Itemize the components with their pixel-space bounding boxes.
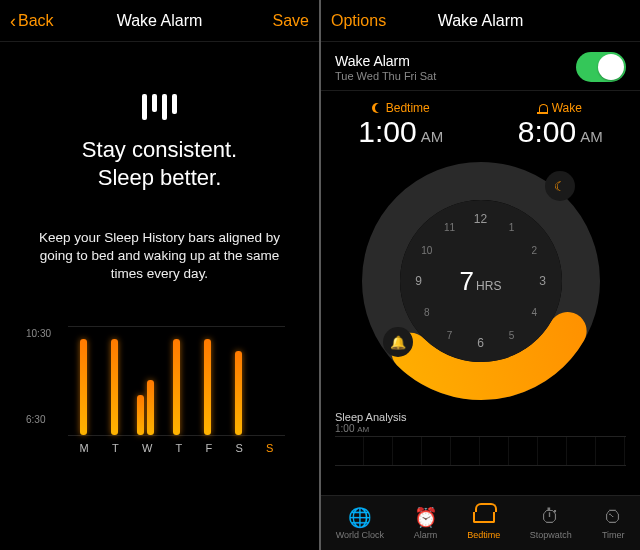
stopwatch-icon: ⏱ [539, 506, 563, 528]
bedtime-ampm: AM [421, 128, 444, 145]
navbar: ‹ Back Wake Alarm Save [0, 0, 319, 42]
clock-number: 6 [477, 336, 484, 350]
options-button[interactable]: Options [331, 12, 391, 30]
wake-alarm-text: Wake Alarm Tue Wed Thu Fri Sat [335, 53, 436, 82]
axis-label-bottom: 6:30 [26, 414, 45, 425]
wake-alarm-title: Wake Alarm [335, 53, 436, 69]
clock-number: 11 [444, 222, 455, 233]
navbar: Options Wake Alarm [321, 0, 640, 42]
back-label: Back [18, 12, 54, 30]
headline-line2: Sleep better. [98, 165, 222, 190]
wake-alarm-row: Wake Alarm Tue Wed Thu Fri Sat [321, 42, 640, 91]
options-label: Options [331, 12, 386, 30]
tab-alarm[interactable]: ⏰ Alarm [414, 506, 438, 540]
timer-icon: ⏲ [601, 506, 625, 528]
bell-icon: 🔔 [390, 335, 406, 350]
chart-columns [68, 326, 285, 436]
sleep-history-chart: 10:30 6:30 M T W T F S S [26, 326, 293, 476]
wake-block: Wake 8:00 AM [518, 101, 603, 149]
tab-label: Stopwatch [530, 530, 572, 540]
wake-handle[interactable]: ☾ [545, 171, 575, 201]
day-label: F [206, 442, 213, 454]
wake-alarm-main-screen: Options Wake Alarm Wake Alarm Tue Wed Th… [321, 0, 640, 550]
sleep-analysis-time: 1:00 AM [321, 423, 640, 434]
sleep-bars-icon [26, 94, 293, 120]
clock-number: 9 [415, 274, 422, 288]
sleep-analysis-graph [335, 436, 626, 466]
day-label: W [142, 442, 152, 454]
clock-number: 2 [531, 245, 537, 256]
day-label: T [112, 442, 119, 454]
headline-line1: Stay consistent. [82, 137, 237, 162]
clock-number: 5 [509, 329, 515, 340]
clock-number: 12 [474, 212, 487, 226]
wake-label: Wake [552, 101, 582, 115]
description: Keep your Sleep History bars aligned by … [26, 229, 293, 284]
alarm-icon: ⏰ [414, 506, 438, 528]
wake-ampm: AM [580, 128, 603, 145]
globe-icon: 🌐 [348, 506, 372, 528]
day-label: M [80, 442, 89, 454]
tab-label: Timer [602, 530, 625, 540]
intro-body: Stay consistent. Sleep better. Keep your… [0, 42, 319, 476]
save-button[interactable]: Save [249, 12, 309, 30]
clock-number: 1 [509, 222, 515, 233]
nav-title: Wake Alarm [438, 12, 524, 30]
bedtime-block: Bedtime 1:00 AM [358, 101, 443, 149]
day-label: S [266, 442, 273, 454]
moon-icon [372, 103, 382, 113]
sleep-dial[interactable]: 7HRS 121234567891011 🔔 ☾ [361, 161, 601, 401]
bed-icon [472, 506, 496, 528]
day-label: S [235, 442, 242, 454]
bell-icon [539, 104, 548, 113]
tab-stopwatch[interactable]: ⏱ Stopwatch [530, 506, 572, 540]
tab-timer[interactable]: ⏲ Timer [601, 506, 625, 540]
clock-number: 4 [531, 307, 537, 318]
nav-title: Wake Alarm [117, 12, 203, 30]
tab-label: Alarm [414, 530, 438, 540]
wake-value: 8:00 [518, 115, 576, 149]
clock-number: 8 [424, 307, 430, 318]
wake-alarm-days: Tue Wed Thu Fri Sat [335, 70, 436, 82]
back-button[interactable]: ‹ Back [10, 12, 70, 30]
day-labels: M T W T F S S [68, 442, 285, 454]
times-row: Bedtime 1:00 AM Wake 8:00 AM [321, 91, 640, 155]
clock-numbers: 121234567891011 [400, 200, 562, 362]
tab-bar: 🌐 World Clock ⏰ Alarm Bedtime ⏱ Stopwatc… [321, 495, 640, 550]
moon-icon: ☾ [554, 179, 566, 194]
bedtime-value: 1:00 [358, 115, 416, 149]
chevron-left-icon: ‹ [10, 12, 16, 30]
clock-number: 7 [447, 329, 453, 340]
tab-bedtime[interactable]: Bedtime [467, 506, 500, 540]
tab-world-clock[interactable]: 🌐 World Clock [336, 506, 384, 540]
tab-label: Bedtime [467, 530, 500, 540]
bedtime-label: Bedtime [386, 101, 430, 115]
clock-number: 3 [539, 274, 546, 288]
day-label: T [176, 442, 183, 454]
tab-label: World Clock [336, 530, 384, 540]
sleep-analysis-label: Sleep Analysis [321, 401, 640, 423]
wake-alarm-toggle[interactable] [576, 52, 626, 82]
axis-label-top: 10:30 [26, 328, 51, 339]
save-label: Save [273, 12, 309, 30]
bedtime-handle[interactable]: 🔔 [383, 327, 413, 357]
dial-face: 7HRS 121234567891011 [400, 200, 562, 362]
headline: Stay consistent. Sleep better. [26, 136, 293, 191]
clock-number: 10 [421, 245, 432, 256]
wake-alarm-intro-screen: ‹ Back Wake Alarm Save Stay consistent. … [0, 0, 319, 550]
